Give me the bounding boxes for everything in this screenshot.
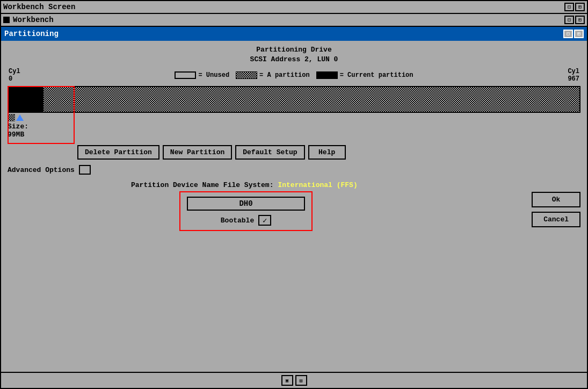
size-value: 99MB [8,131,28,139]
delete-partition-button[interactable]: Delete Partition [77,145,159,160]
size-info-panel: Size: 99MB [8,114,72,139]
legend-unused-box [175,71,196,79]
advanced-options-checkbox[interactable] [79,165,91,175]
bottom-controls: Partition Device Name File System: Inter… [8,181,580,231]
size-label: Size: [8,123,28,131]
cyl-right-label: Cyl [568,68,579,75]
workbench-buttons: ⊡ ⊞ [564,16,585,24]
taskbar-icon-1[interactable]: ▣ [281,375,293,386]
partitioning-titlebar: Partitioning ⊡ ⊞ [1,27,587,41]
maximize-button[interactable]: ⊞ [575,3,585,11]
legend-unused-text: = Unused [198,71,229,79]
size-text: Size: 99MB [8,123,28,139]
workbench-title: Workbench [13,16,54,24]
legend-current-box [316,71,338,79]
taskbar: ▣ ▤ [1,372,587,388]
fs-value: International (FFS) [278,181,357,189]
part-restore-button[interactable]: ⊡ [563,30,573,38]
partitioning-titlebar-buttons: ⊡ ⊞ [563,30,584,38]
drive-title: Partitioning Drive SCSI Address 2, LUN 0 [8,45,580,64]
new-partition-button[interactable]: New Partition [163,145,232,160]
wb-restore-button[interactable]: ⊡ [564,16,574,24]
bottom-left: Partition Device Name File System: Inter… [8,181,532,231]
title-bar-buttons: ⊡ ⊞ [564,3,585,11]
disk-current-segment [9,87,43,112]
workbench-icon [3,17,10,23]
workbench-screen: Workbench Screen ⊡ ⊞ Workbench ⊡ ⊞ Parti… [0,0,588,389]
legend-partition-text: = A partition [259,71,310,79]
main-content: Partitioning Drive SCSI Address 2, LUN 0… [1,41,587,372]
bootable-checkbox[interactable]: ✓ [258,215,271,226]
disk-below-row: Size: 99MB [8,114,580,139]
triangle-indicator [16,114,24,121]
bootable-label: Bootable [221,217,254,225]
partitioning-title: Partitioning [4,30,59,38]
device-section-label: Partition Device Name [131,181,219,189]
ok-button[interactable]: Ok [532,192,580,207]
drive-title-line2: SCSI Address 2, LUN 0 [8,55,580,64]
workbench-bar: Workbench ⊡ ⊞ [1,14,587,27]
mini-pattern-box [8,114,15,121]
advanced-options-row: Advanced Options [8,165,580,175]
workbench-left: Workbench [3,16,54,24]
bootable-row: Bootable ✓ [221,215,271,226]
cyl-left-num: 0 [9,75,12,83]
cancel-button[interactable]: Cancel [532,212,580,227]
help-button[interactable]: Help [308,145,346,160]
disk-partition-segment [43,87,579,112]
fs-label-static: File System: [223,181,274,189]
title-bar: Workbench Screen ⊡ ⊞ [1,1,587,14]
advanced-options-label: Advanced Options [8,166,75,174]
legend-partition-box [236,71,257,79]
device-name-input[interactable] [187,197,305,211]
drive-title-line1: Partitioning Drive [8,45,580,55]
default-setup-button[interactable]: Default Setup [235,145,304,160]
disk-bar[interactable] [8,86,580,113]
ok-cancel-column: Ok Cancel [532,192,580,227]
restore-button[interactable]: ⊡ [564,3,574,11]
disk-vis-area: Size: 99MB [8,86,580,139]
taskbar-icon-2[interactable]: ▤ [295,375,307,386]
cyl-right-num: 967 [568,75,579,83]
part-maximize-button[interactable]: ⊞ [574,30,584,38]
partitioning-window: Partitioning ⊡ ⊞ Partitioning Drive SCSI… [1,27,587,372]
button-row: Delete Partition New Partition Default S… [8,145,580,160]
screen-title: Workbench Screen [3,3,75,11]
legend-current-text: = Current partition [340,71,413,79]
cyl-left-label: Cyl [9,68,20,75]
triangle-row [8,114,24,121]
device-fs-row: Partition Device Name File System: Inter… [8,181,532,189]
wb-maximize-button[interactable]: ⊞ [575,16,585,24]
device-input-area: Bootable ✓ [179,191,313,231]
